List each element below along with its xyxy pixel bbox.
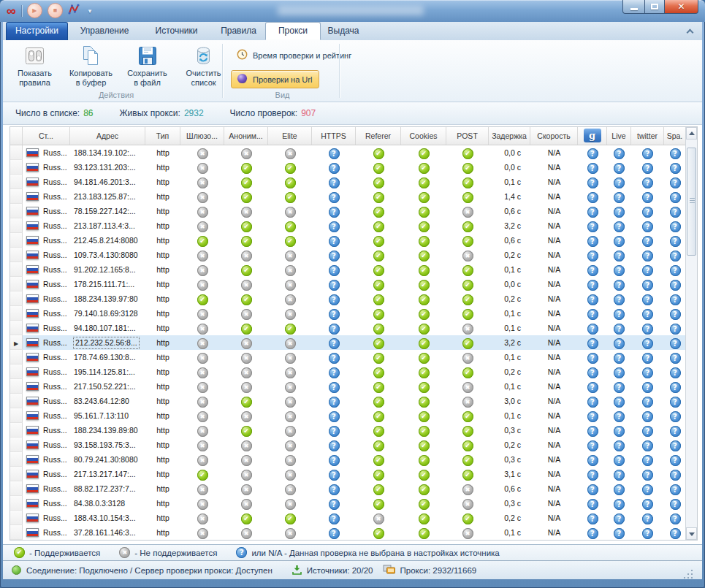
cell-spam	[664, 291, 686, 306]
tab-sources[interactable]: Источники	[141, 23, 212, 40]
cell-speed: N/A	[530, 452, 578, 467]
status-not-checked-icon	[587, 411, 598, 422]
proxy-row[interactable]: Russ...83.243.64.12:80http3,0 сN/A	[10, 394, 686, 408]
column-header-type[interactable]: Тип	[145, 127, 180, 145]
column-header-cookies[interactable]: Cookies	[401, 127, 446, 145]
status-not-checked-icon	[614, 221, 625, 232]
proxy-row[interactable]: Russ...217.13.217.147:...http3,1 сN/A	[10, 467, 686, 481]
collapse-ribbon-button[interactable]	[685, 27, 695, 36]
proxy-row[interactable]: Russ...188.134.19.102:...http0,0 сN/A	[10, 145, 686, 160]
maximize-button[interactable]	[644, 0, 665, 14]
cell-post	[446, 364, 489, 379]
proxy-row[interactable]: Russ...178.74.69.130:8...http0,1 сN/A	[10, 350, 686, 364]
cell-live	[607, 481, 631, 496]
tab-rules[interactable]: Правила	[212, 23, 265, 40]
proxy-row[interactable]: ▶Russ...212.232.52.56:8...http3,2 сN/A	[10, 335, 686, 350]
proxy-row[interactable]: Russ...93.158.193.75:3...http0,2 сN/A	[10, 438, 686, 452]
save-button[interactable]: Сохранитьв файл	[119, 42, 175, 88]
status-supported-icon	[419, 484, 430, 495]
status-supported-icon	[285, 236, 296, 247]
column-header-https[interactable]: HTTPS	[312, 127, 356, 145]
stat-item: Число в списке:86	[15, 108, 94, 118]
scroll-down-button[interactable]	[686, 527, 697, 540]
proxy-row[interactable]: Russ...79.140.18.69:3128http0,1 сN/A	[10, 306, 686, 321]
column-header-speed[interactable]: Скорость	[530, 127, 578, 145]
proxy-hunter-icon[interactable]	[68, 4, 80, 18]
cell-speed: N/A	[530, 145, 578, 160]
close-button[interactable]: ✕	[665, 0, 698, 14]
status-supported-icon	[462, 455, 473, 466]
column-header-delay[interactable]: Задержка	[489, 127, 530, 145]
status-not-supported-icon	[241, 411, 252, 422]
cell-type: http	[145, 467, 180, 481]
stop-button[interactable]: ■	[47, 3, 63, 18]
proxy-row[interactable]: Russ...78.159.227.142:...http0,6 сN/A	[10, 204, 686, 218]
column-header-google[interactable]: g	[578, 127, 607, 145]
status-not-checked-icon	[670, 426, 681, 437]
cell-anonymous	[224, 145, 268, 160]
resize-grip[interactable]	[684, 570, 693, 579]
column-header-sel[interactable]	[10, 127, 23, 145]
tab-output[interactable]: Выдача	[321, 23, 366, 40]
cell-cookies	[401, 218, 446, 233]
column-header-post[interactable]: POST	[446, 127, 489, 145]
purple-orb-toggle-button[interactable]: Проверки на Url	[231, 70, 319, 88]
proxy-row[interactable]: Russ...217.150.52.221:...http0,1 сN/A	[10, 379, 686, 394]
vertical-scrollbar[interactable]	[685, 127, 697, 540]
scroll-up-button[interactable]	[686, 127, 697, 140]
proxy-row[interactable]: Russ...37.28.161.146:3...http0,1 сN/A	[10, 525, 686, 540]
status-not-checked-icon	[642, 513, 653, 524]
status-not-checked-icon	[642, 163, 653, 174]
proxy-row[interactable]: Russ...95.161.7.13:110http0,1 сN/A	[10, 408, 686, 423]
copy-button[interactable]: Копироватьв буфер	[63, 42, 119, 88]
proxy-row[interactable]: Russ...80.79.241.30:8080http0,3 сN/A	[10, 452, 686, 467]
russia-flag-icon	[26, 309, 39, 318]
proxy-row[interactable]: Russ...213.183.125.87:...http1,4 сN/A	[10, 189, 686, 204]
proxy-row[interactable]: Russ...94.181.46.201:3...http0,1 сN/A	[10, 175, 686, 189]
column-header-live[interactable]: Live	[607, 127, 631, 145]
play-button[interactable]: ▶	[27, 3, 42, 18]
proxy-row[interactable]: Russ...84.38.0.3:3128http0,3 сN/A	[10, 496, 686, 511]
proxy-row[interactable]: Russ...178.215.111.71:...http0,0 сN/A	[10, 277, 686, 291]
proxy-row[interactable]: Russ...188.43.10.154:3...http0,2 сN/A	[10, 511, 686, 525]
cell-speed: N/A	[530, 306, 578, 321]
cell-referer	[356, 248, 401, 262]
tab-management[interactable]: Управление	[68, 23, 141, 40]
proxy-row[interactable]: Russ...94.180.107.181:...http0,1 сN/A	[10, 321, 686, 335]
proxy-row[interactable]: Russ...91.202.12.165:8...http0,1 сN/A	[10, 262, 686, 277]
column-header-country[interactable]: Ст...	[23, 127, 70, 145]
title-bar[interactable]: ∞ ▶ ■ ▾ ✕	[0, 0, 705, 22]
proxy-row[interactable]: Russ...109.73.4.130:8080http0,2 сN/A	[10, 248, 686, 262]
cell-type: http	[145, 438, 180, 452]
status-not-checked-icon	[587, 470, 598, 481]
proxy-row[interactable]: Russ...213.187.113.4:3...http3,2 сN/A	[10, 218, 686, 233]
proxy-row[interactable]: Russ...88.82.172.237:7...http0,6 сN/A	[10, 481, 686, 496]
cell-country: Russ...	[23, 335, 70, 350]
proxy-row[interactable]: Russ...188.234.139.97:80http0,2 сN/A	[10, 291, 686, 306]
minimize-button[interactable]	[622, 0, 644, 14]
tab-proxy[interactable]: Прокси	[265, 22, 321, 40]
column-header-address[interactable]: Адрес	[70, 127, 145, 145]
column-header-anonymous[interactable]: Аноним...	[224, 127, 268, 145]
status-not-checked-icon	[642, 192, 653, 203]
column-header-twitter[interactable]: twitter	[631, 127, 664, 145]
cell-https	[312, 364, 356, 379]
cell-live	[607, 218, 631, 233]
column-header-elite[interactable]: Elite	[268, 127, 312, 145]
column-header-spam[interactable]: Spa.	[664, 127, 686, 145]
proxy-row[interactable]: Russ...195.114.125.81:...http0,2 сN/A	[10, 364, 686, 379]
status-supported-icon	[14, 547, 25, 558]
status-supported-icon	[241, 236, 252, 247]
rules-panel-button[interactable]: Показатьправила	[7, 42, 63, 88]
column-header-referer[interactable]: Referer	[356, 127, 401, 145]
proxy-row[interactable]: Russ...188.234.139.89:80http0,3 сN/A	[10, 423, 686, 438]
tab-settings[interactable]: Настройки	[6, 22, 68, 40]
proxy-row[interactable]: Russ...212.45.8.214:8080http0,6 сN/A	[10, 233, 686, 248]
status-not-checked-icon	[614, 236, 625, 247]
proxy-row[interactable]: Russ...93.123.131.203:...http0,0 сN/A	[10, 160, 686, 175]
clear-list-button[interactable]: Очиститьсписок	[175, 42, 232, 88]
status-not-supported-icon	[285, 280, 296, 291]
qat-dropdown-icon[interactable]: ▾	[88, 7, 92, 15]
column-header-gateway[interactable]: Шлюзо...	[180, 127, 224, 145]
scrollbar-thumb[interactable]	[687, 148, 696, 256]
